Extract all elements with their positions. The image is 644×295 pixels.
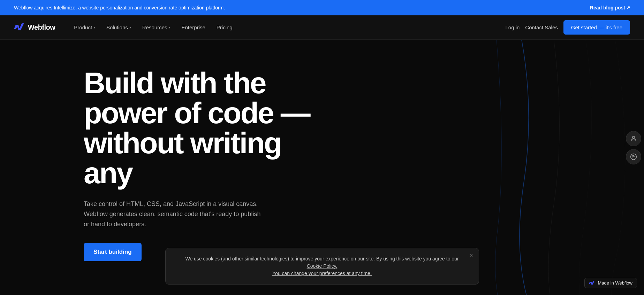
- svg-point-0: [632, 136, 635, 139]
- cookie-banner: × We use cookies (and other similar tech…: [165, 248, 479, 285]
- webflow-badge-icon: [589, 281, 595, 286]
- cookie-text: We use cookies (and other similar techno…: [185, 256, 459, 261]
- nav-resources[interactable]: Resources ▾: [137, 22, 175, 33]
- hero-title: Build with the power of code — without w…: [84, 68, 328, 188]
- chat-button[interactable]: [626, 149, 641, 164]
- announcement-text: Webflow acquires Intellimize, a website …: [14, 5, 225, 10]
- logo-text: Webflow: [28, 23, 55, 31]
- chat-icon: [630, 153, 637, 160]
- start-building-button[interactable]: Start building: [84, 243, 142, 261]
- get-started-button[interactable]: Get started — it's free: [563, 20, 630, 35]
- nav-right: Log in Contact Sales Get started — it's …: [505, 20, 630, 35]
- nav-product[interactable]: Product ▾: [69, 22, 100, 33]
- login-link[interactable]: Log in: [505, 24, 520, 30]
- cookie-policy-link[interactable]: Cookie Policy.: [307, 263, 338, 269]
- made-in-webflow-label: Made in Webflow: [598, 280, 632, 286]
- nav-pricing[interactable]: Pricing: [212, 22, 237, 33]
- contact-sales-link[interactable]: Contact Sales: [525, 24, 558, 30]
- nav-enterprise[interactable]: Enterprise: [176, 22, 210, 33]
- announcement-cta[interactable]: Read blog post: [590, 5, 630, 10]
- announcement-bar: Webflow acquires Intellimize, a website …: [0, 0, 644, 15]
- product-chevron-icon: ▾: [93, 25, 95, 29]
- made-in-webflow-badge[interactable]: Made in Webflow: [584, 278, 637, 288]
- solutions-chevron-icon: ▾: [129, 25, 131, 29]
- floating-right-buttons: [626, 131, 644, 164]
- nav-solutions[interactable]: Solutions ▾: [101, 22, 136, 33]
- get-started-label: Get started: [571, 24, 597, 30]
- navbar: Webflow Product ▾ Solutions ▾ Resources …: [0, 15, 644, 40]
- cookie-preferences-link[interactable]: You can change your preferences at any t…: [272, 271, 372, 276]
- person-icon: [630, 135, 637, 142]
- webflow-logo-icon: [14, 22, 25, 33]
- logo-link[interactable]: Webflow: [14, 22, 55, 33]
- resources-chevron-icon: ▾: [168, 25, 170, 29]
- hero-subtitle: Take control of HTML, CSS, and JavaScrip…: [84, 199, 265, 229]
- avatar-button[interactable]: [626, 131, 641, 146]
- nav-links: Product ▾ Solutions ▾ Resources ▾ Enterp…: [69, 22, 505, 33]
- get-started-suffix: — it's free: [599, 24, 622, 30]
- cookie-close-button[interactable]: ×: [469, 252, 473, 259]
- hero-content: Build with the power of code — without w…: [84, 68, 328, 261]
